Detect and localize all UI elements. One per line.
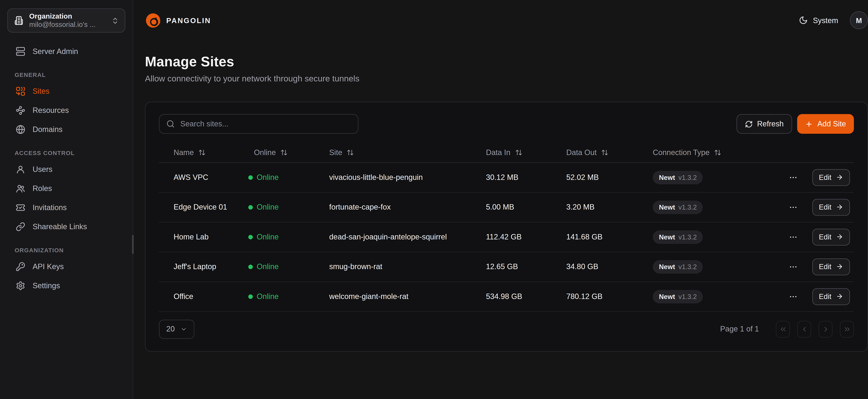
online-status-label: Online [257,233,279,241]
globe-icon [16,124,25,134]
org-switcher-value: milo@fossorial.io's ... [29,21,105,29]
online-dot-icon [248,205,253,209]
site-data-out: 34.80 GB [566,252,653,282]
sidebar-resize-handle[interactable] [132,235,134,254]
theme-toggle-label: System [813,16,838,25]
online-status-label: Online [257,203,279,211]
add-site-button[interactable]: Add Site [797,114,854,134]
refresh-button[interactable]: Refresh [736,114,792,134]
site-slug: smug-brown-rat [329,252,486,282]
arrow-right-icon [836,233,843,241]
column-header-data-out[interactable]: Data Out [566,148,653,157]
column-header-online[interactable]: Online [248,148,329,157]
site-data-out: 52.02 MB [566,162,653,192]
theme-toggle-button[interactable]: System [799,16,838,25]
sidebar-item-domains[interactable]: Domains [7,120,125,139]
nav-section-access-control: ACCESS CONTROL [7,150,125,156]
edit-site-button[interactable]: Edit [812,169,850,186]
first-page-button[interactable] [776,320,790,337]
gear-icon [16,281,25,290]
page-size-select[interactable]: 20 [159,319,194,339]
arrow-right-icon [836,174,843,181]
online-dot-icon [248,294,253,299]
nav-section-organization: ORGANIZATION [7,247,125,253]
more-horizontal-icon [788,203,798,212]
arrow-right-icon [836,293,843,300]
sidebar-item-server-admin[interactable]: Server Admin [7,41,125,61]
row-actions: Edit [784,258,854,275]
connection-type-badge: Newt v1.3.2 [653,171,703,184]
online-dot-icon [248,235,253,239]
previous-page-button[interactable] [797,320,811,337]
sort-arrows-icon [280,149,288,156]
search-box [159,114,359,134]
sidebar-item-api-keys[interactable]: API Keys [7,257,125,276]
online-dot-icon [248,175,253,180]
site-data-in: 12.65 GB [486,252,566,282]
edit-site-button[interactable]: Edit [812,258,850,275]
avatar[interactable]: M [850,11,868,29]
table-row: Edge Device 01 Online fortunate-cape-fox… [159,192,854,222]
chevron-down-icon [180,326,187,332]
row-menu-button[interactable] [787,291,799,302]
sites-table-card: Refresh Add Site Name Online [145,102,868,352]
table-row: Home Lab Online dead-san-joaquin-antelop… [159,222,854,252]
site-data-out: 141.68 GB [566,222,653,252]
page-size-value: 20 [166,325,175,333]
user-icon [16,164,25,174]
pager-status: Page 1 of 1 [720,325,759,333]
refresh-label: Refresh [757,120,784,128]
online-status-label: Online [257,173,279,182]
sidebar-item-label: Users [33,165,53,174]
last-page-button[interactable] [840,320,854,337]
sidebar-item-label: Shareable Links [33,222,87,231]
site-status: Online [248,162,329,192]
edit-site-button[interactable]: Edit [812,228,850,245]
sidebar-item-shareable-links[interactable]: Shareable Links [7,217,125,236]
table-row: Office Online welcome-giant-mole-rat 534… [159,281,854,311]
sidebar-item-label: Server Admin [33,47,78,55]
combine-icon [16,86,25,96]
sidebar-item-roles[interactable]: Roles [7,179,125,198]
arrow-right-icon [836,263,843,270]
row-actions: Edit [784,198,854,215]
row-menu-button[interactable] [787,261,799,272]
chevron-right-icon [822,325,830,333]
site-status: Online [248,222,329,252]
waypoints-icon [16,105,25,115]
ticket-check-icon [16,203,25,212]
sidebar-item-users[interactable]: Users [7,159,125,179]
sidebar-item-settings[interactable]: Settings [7,276,125,295]
chevrons-left-icon [779,325,787,333]
page-head: Manage Sites Allow connectivity to your … [145,54,868,83]
search-input[interactable] [180,120,351,128]
row-menu-button[interactable] [787,231,799,243]
sidebar-item-label: Sites [33,87,50,95]
site-connection-type: Newt v1.3.2 [653,281,784,311]
more-horizontal-icon [788,292,798,301]
sidebar-item-resources[interactable]: Resources [7,100,125,120]
link-icon [16,222,25,231]
top-right: System M [799,11,868,29]
sidebar-item-invitations[interactable]: Invitations [7,198,125,217]
table-header-row: Name Online Site Data In Data Out Connec… [159,143,854,162]
site-slug: dead-san-joaquin-antelope-squirrel [329,222,486,252]
edit-site-button[interactable]: Edit [812,198,850,215]
row-actions: Edit [784,228,854,245]
connection-type-badge: Newt v1.3.2 [653,201,703,214]
chevrons-right-icon [843,325,851,333]
row-menu-button[interactable] [787,202,799,213]
column-header-site[interactable]: Site [329,148,486,157]
edit-site-button[interactable]: Edit [812,288,850,305]
row-menu-button[interactable] [787,172,799,183]
site-connection-type: Newt v1.3.2 [653,162,784,192]
column-header-data-in[interactable]: Data In [486,148,566,157]
sidebar-item-label: Invitations [33,203,67,212]
next-page-button[interactable] [818,320,833,337]
chevron-left-icon [800,325,808,333]
column-header-connection-type[interactable]: Connection Type [653,148,784,157]
column-header-name[interactable]: Name [159,148,248,157]
building-icon [14,16,24,25]
org-switcher[interactable]: Organization milo@fossorial.io's ... [7,8,125,33]
sidebar-item-sites[interactable]: Sites [7,82,125,100]
